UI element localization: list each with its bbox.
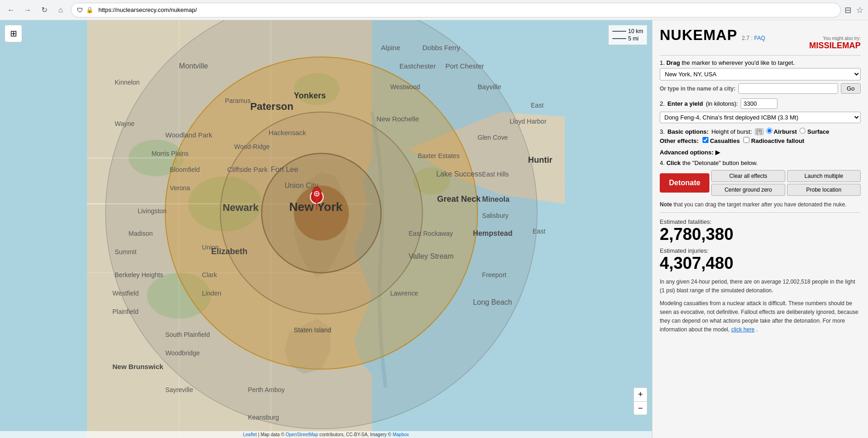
- svg-text:Yonkers: Yonkers: [294, 91, 326, 100]
- svg-text:Alpine: Alpine: [381, 44, 400, 51]
- city-input[interactable]: [738, 83, 838, 94]
- attribution-text2: contributors, CC-BY-SA, Imagery ©: [320, 432, 393, 437]
- map-svg[interactable]: Paterson Montville Kinnelon Yonkers Wayn…: [0, 20, 652, 438]
- click-here-link[interactable]: click here: [731, 326, 754, 333]
- step3-bold: Basic options:: [668, 128, 709, 135]
- leaflet-link[interactable]: Leaflet: [243, 432, 257, 437]
- nukemap-version: 2.7: [742, 35, 749, 41]
- stats-section: Estimated fatalities: 2,780,380 Estimate…: [660, 218, 861, 272]
- clear-effects-button[interactable]: Clear all effects: [711, 170, 785, 182]
- svg-text:Union City: Union City: [285, 182, 319, 189]
- step1-number: 1.: [660, 59, 666, 66]
- svg-text:East Rockaway: East Rockaway: [409, 230, 453, 237]
- launch-multiple-button[interactable]: Launch multiple: [787, 170, 861, 182]
- faq-link[interactable]: FAQ: [754, 35, 765, 41]
- browser-chrome: ← → ↻ ⌂ 🛡 🔒 ⊟ ☆: [0, 0, 868, 20]
- map-zoom-controls: + −: [634, 387, 647, 415]
- note-bold: Note: [660, 201, 672, 208]
- fallout-label[interactable]: Radioactive fallout: [743, 137, 804, 144]
- svg-text:Fort Lee: Fort Lee: [271, 165, 298, 173]
- main-content: Paterson Montville Kinnelon Yonkers Wayn…: [0, 20, 868, 438]
- svg-text:East: East: [531, 102, 544, 109]
- yield-row: 2. Enter a yield (in kilotons):: [660, 98, 861, 109]
- description-content: In any given 24-hour period, there are o…: [660, 279, 855, 294]
- svg-text:Dobbs Ferry: Dobbs Ferry: [423, 44, 461, 51]
- fatalities-label: Estimated fatalities:: [660, 218, 861, 225]
- svg-text:East: East: [533, 228, 546, 235]
- airburst-radio[interactable]: [766, 128, 772, 134]
- svg-text:Keansburg: Keansburg: [248, 414, 279, 421]
- injuries-value: 4,307,480: [660, 254, 861, 273]
- security-shield-icon: 🛡: [77, 6, 83, 14]
- weapon-dropdown[interactable]: Dong Feng-4, China's first deployed ICBM…: [660, 112, 861, 123]
- map-layers-button[interactable]: ⊞: [5, 25, 22, 42]
- advanced-options-toggle[interactable]: Advanced options: ▶: [660, 149, 861, 156]
- svg-text:Verona: Verona: [170, 184, 190, 192]
- svg-text:Long Beach: Long Beach: [473, 298, 512, 306]
- yield-input[interactable]: [741, 98, 777, 109]
- go-button[interactable]: Go: [841, 83, 861, 94]
- missilemap-link[interactable]: MISSILEMAP: [809, 41, 861, 50]
- svg-text:Elizabeth: Elizabeth: [211, 247, 247, 256]
- map-container[interactable]: Paterson Montville Kinnelon Yonkers Wayn…: [0, 20, 652, 438]
- osm-link[interactable]: OpenStreetMap: [286, 432, 318, 437]
- stats-divider: [660, 212, 861, 213]
- airburst-label[interactable]: Airburst: [766, 128, 797, 135]
- location-dropdown[interactable]: New York, NY, USA: [660, 68, 861, 80]
- svg-text:New Rochelle: New Rochelle: [377, 115, 419, 123]
- you-might-label: You might also try:: [809, 36, 861, 41]
- home-button[interactable]: ⌂: [54, 4, 67, 17]
- probe-location-button[interactable]: Probe location: [787, 184, 861, 196]
- reload-button[interactable]: ↻: [38, 4, 51, 17]
- svg-text:Great Neck: Great Neck: [437, 194, 481, 204]
- step3-number: 3.: [660, 128, 665, 135]
- fatalities-value: 2,780,380: [660, 225, 861, 244]
- lock-icon: 🔒: [86, 6, 93, 13]
- back-button[interactable]: ←: [5, 4, 17, 17]
- bookmark-icon[interactable]: ☆: [856, 5, 863, 15]
- forward-button[interactable]: →: [21, 4, 34, 17]
- svg-text:Paterson: Paterson: [250, 101, 293, 112]
- modeling-text: Modeling casualties from a nuclear attac…: [660, 299, 861, 335]
- map-attribution: Leaflet | Map data © OpenStreetMap contr…: [0, 431, 652, 438]
- zoom-out-button[interactable]: −: [634, 401, 647, 415]
- legend-10km: 10 km: [628, 28, 643, 34]
- mapbox-link[interactable]: Mapbox: [393, 432, 409, 437]
- other-effects-label: Other effects:: [660, 137, 699, 144]
- fallout-checkbox[interactable]: [743, 137, 749, 143]
- svg-text:Lake Success: Lake Success: [436, 170, 482, 178]
- help-badge[interactable]: [?]: [755, 128, 764, 135]
- svg-text:Montville: Montville: [179, 62, 208, 70]
- casualties-checkbox[interactable]: [702, 137, 708, 143]
- step3-section: 3. Basic options: Height of burst: [?] A…: [660, 128, 861, 144]
- svg-text:Wood-Ridge: Wood-Ridge: [234, 143, 270, 150]
- svg-text:Bloomfield: Bloomfield: [170, 166, 200, 173]
- surface-label[interactable]: Surface: [799, 128, 829, 135]
- step4-text: the "Detonate" button below.: [682, 159, 758, 166]
- sidebar: NUKEMAP 2.7 : FAQ You might also try: MI…: [652, 20, 868, 438]
- casualties-label[interactable]: Casualties: [702, 137, 740, 144]
- svg-text:Cliffside Park: Cliffside Park: [227, 165, 268, 173]
- svg-text:Berkeley Heights: Berkeley Heights: [115, 271, 164, 279]
- detonate-button[interactable]: Detonate: [660, 173, 709, 193]
- svg-text:Paramus: Paramus: [225, 97, 251, 104]
- description-text: In any given 24-hour period, there are o…: [660, 278, 861, 295]
- step4-bold: Click: [666, 159, 680, 166]
- modeling-content: Modeling casualties from a nuclear attac…: [660, 300, 858, 333]
- center-ground-zero-button[interactable]: Center ground zero: [711, 184, 785, 196]
- svg-text:Westwood: Westwood: [390, 83, 420, 91]
- address-bar: 🛡 🔒: [71, 3, 841, 17]
- svg-text:Mineola: Mineola: [482, 195, 510, 203]
- step4-number: 4.: [660, 159, 666, 166]
- url-input[interactable]: [96, 5, 835, 15]
- browser-icons: ⊟ ☆: [845, 5, 863, 15]
- action-buttons: Detonate Clear all effects Launch multip…: [660, 170, 861, 196]
- save-page-icon[interactable]: ⊟: [845, 5, 851, 15]
- zoom-in-button[interactable]: +: [634, 387, 647, 401]
- legend-5mi: 5 mi: [628, 35, 639, 42]
- surface-radio[interactable]: [799, 128, 805, 134]
- svg-text:Wayne: Wayne: [115, 120, 135, 127]
- svg-text:Plainfield: Plainfield: [113, 308, 139, 315]
- other-effects-row: Other effects: Casualties Radioactive fa…: [660, 137, 861, 144]
- step1-text: the marker to wherever you'd like to tar…: [682, 59, 795, 66]
